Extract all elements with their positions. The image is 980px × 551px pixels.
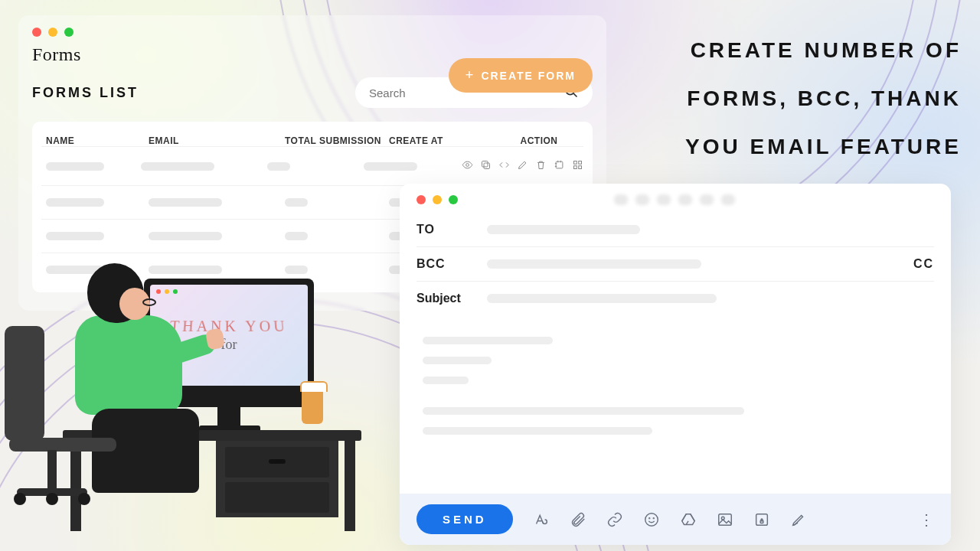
subject-label: Subject [416,292,487,305]
send-label: SEND [443,513,487,526]
svg-point-10 [645,513,658,526]
window-controls [32,28,593,37]
row-actions [462,159,583,173]
maximize-dot[interactable] [64,28,74,37]
svg-rect-13 [718,514,731,525]
svg-rect-4 [482,161,488,168]
window-controls [416,195,458,204]
format-text-icon[interactable] [533,511,550,528]
link-icon[interactable] [606,511,623,528]
svg-rect-5 [556,161,563,168]
to-row: TO [416,213,934,247]
copy-icon[interactable] [480,159,492,173]
svg-line-1 [573,93,577,96]
col-created: CREATE AT [389,135,495,146]
minimize-dot[interactable] [433,195,442,204]
emoji-icon[interactable] [643,511,660,528]
email-body[interactable] [400,321,951,494]
svg-point-12 [653,517,654,518]
bcc-row: BCC CC [416,247,934,282]
col-submission: TOTAL SUBMISSION [285,135,389,146]
cc-toggle[interactable]: CC [913,257,934,271]
drive-icon[interactable] [680,511,697,528]
image-icon[interactable] [717,511,733,528]
close-dot[interactable] [416,195,426,204]
to-field[interactable] [487,225,640,234]
expand-icon[interactable] [572,159,583,173]
minimize-dot[interactable] [48,28,57,37]
svg-rect-9 [579,166,582,169]
duplicate-icon[interactable] [554,159,565,173]
bcc-label: BCC [416,257,487,271]
to-label: TO [416,223,487,236]
more-options-icon[interactable]: ⋮ [919,510,934,529]
create-form-label: CREATE FORM [481,70,576,82]
send-button[interactable]: SEND [416,504,513,534]
email-compose-panel: TO BCC CC Subject SEND ⋮ [400,184,951,545]
attachment-icon[interactable] [570,511,586,528]
forms-list-heading: FORMS LIST [32,85,139,101]
svg-point-2 [466,164,469,167]
subject-field[interactable] [487,294,717,303]
maximize-dot[interactable] [449,195,458,204]
marketing-headline: CREATE NUMBER OF FORMS, BCC, THANK YOU E… [640,26,962,171]
bcc-field[interactable] [487,259,701,269]
delete-icon[interactable] [535,159,547,173]
svg-rect-3 [484,163,490,169]
svg-rect-8 [574,166,577,169]
edit-icon[interactable] [517,159,528,173]
col-name: NAME [41,135,149,146]
code-icon[interactable] [498,159,510,173]
person-illustration: THANK YOU for [0,259,392,551]
close-dot[interactable] [32,28,41,37]
confidential-icon[interactable] [753,511,770,528]
svg-rect-6 [574,161,577,165]
subject-row: Subject [416,282,934,315]
signature-icon[interactable] [790,511,807,528]
svg-rect-7 [579,161,582,165]
table-row [41,146,583,185]
view-icon[interactable] [462,159,473,173]
col-email: EMAIL [149,135,285,146]
table-header: NAME EMAIL TOTAL SUBMISSION CREATE AT AC… [41,135,583,146]
col-action: ACTION [495,135,583,146]
email-toolbar: SEND ⋮ [400,494,951,545]
svg-point-11 [648,517,649,518]
create-form-button[interactable]: + CREATE FORM [449,58,593,93]
plus-icon: + [466,67,475,83]
